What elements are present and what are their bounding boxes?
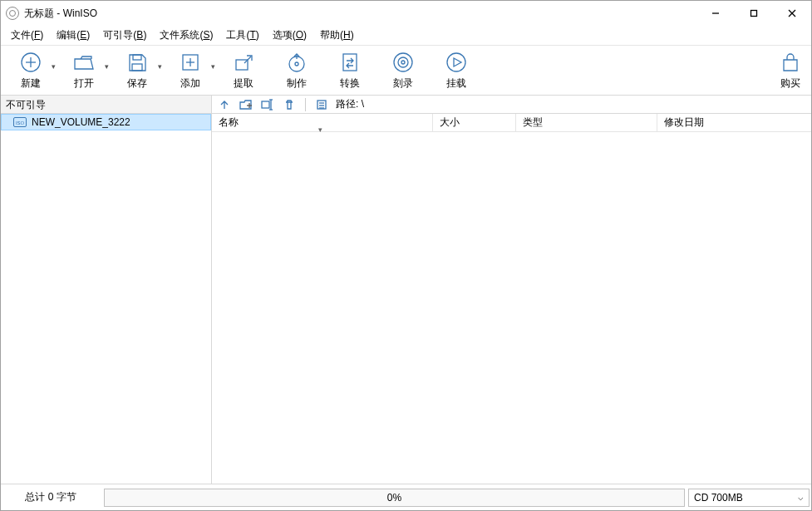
- progress-bar: 0%: [104, 489, 685, 507]
- main-panel: 路径: \ 名称 大小 类型 修改日期 ▾: [212, 96, 811, 484]
- tb-open[interactable]: 打开 ▾: [57, 49, 111, 96]
- disc-size-value: CD 700MB: [694, 492, 743, 504]
- columns-header: 名称 大小 类型 修改日期 ▾: [212, 114, 811, 132]
- menu-boot[interactable]: 可引导(B): [96, 26, 153, 45]
- svg-point-14: [295, 62, 298, 66]
- tb-burn[interactable]: 刻录: [376, 49, 430, 96]
- rename-button[interactable]: [260, 99, 275, 111]
- burn-icon: [391, 51, 415, 74]
- delete-button[interactable]: [282, 99, 297, 111]
- mount-icon: [445, 51, 468, 74]
- minimize-button[interactable]: [696, 1, 735, 26]
- file-toolbar: 路径: \: [212, 96, 811, 114]
- tb-convert[interactable]: 转换: [323, 49, 376, 96]
- maximize-icon: [750, 9, 758, 17]
- menu-tools[interactable]: 工具(T): [219, 26, 265, 45]
- tree-root-node[interactable]: ISO NEW_VOLUME_3222: [1, 114, 211, 130]
- tree-node-label: NEW_VOLUME_3222: [32, 116, 130, 128]
- new-folder-button[interactable]: [239, 99, 253, 111]
- col-date[interactable]: 修改日期: [657, 114, 811, 131]
- chevron-down-icon[interactable]: ▾: [158, 62, 162, 71]
- side-panel: 不可引导 ISO NEW_VOLUME_3222: [1, 96, 212, 484]
- convert-icon: [338, 51, 362, 74]
- close-icon: [788, 9, 796, 17]
- body: 不可引导 ISO NEW_VOLUME_3222 路径: \ 名称 大小: [1, 96, 811, 484]
- open-icon: [72, 51, 96, 74]
- status-total: 总计 0 字节: [1, 484, 101, 510]
- window-title: 无标题 - WinISO: [24, 7, 97, 21]
- svg-point-17: [398, 57, 408, 67]
- new-icon: [19, 51, 42, 74]
- add-icon: [179, 51, 202, 74]
- save-icon: [125, 51, 149, 74]
- maximize-button[interactable]: [735, 1, 773, 26]
- up-button[interactable]: [217, 99, 232, 111]
- chevron-down-icon[interactable]: ▾: [105, 62, 109, 71]
- tb-new[interactable]: 新建 ▾: [4, 49, 57, 96]
- col-type[interactable]: 类型: [516, 114, 657, 131]
- tb-extract[interactable]: 提取: [217, 49, 270, 96]
- menu-edit[interactable]: 编辑(E): [50, 26, 96, 45]
- close-button[interactable]: [773, 1, 811, 26]
- app-icon: [6, 7, 19, 20]
- svg-marker-20: [454, 58, 461, 66]
- svg-rect-7: [133, 55, 141, 60]
- tb-make[interactable]: 制作: [270, 49, 323, 96]
- buy-icon: [779, 51, 802, 74]
- tb-buy[interactable]: 购买: [770, 49, 811, 96]
- iso-icon: ISO: [13, 117, 27, 127]
- col-name[interactable]: 名称: [212, 114, 433, 131]
- make-icon: [285, 51, 308, 74]
- tb-save[interactable]: 保存 ▾: [111, 49, 164, 96]
- minimize-icon: [711, 9, 720, 17]
- menu-bar: 文件(F) 编辑(E) 可引导(B) 文件系统(S) 工具(T) 选项(O) 帮…: [1, 26, 811, 46]
- status-bar: 总计 0 字节 0% CD 700MB: [1, 484, 811, 510]
- toolbar: 新建 ▾ 打开 ▾ 保存 ▾ 添加 ▾ 提取 制作 转换: [1, 46, 811, 96]
- svg-point-18: [401, 61, 405, 64]
- path-label: 路径: \: [336, 97, 364, 111]
- app-window: 无标题 - WinISO 文件(F) 编辑(E) 可引导(B) 文件系统(S) …: [0, 0, 812, 511]
- svg-point-16: [394, 53, 412, 71]
- file-list[interactable]: [212, 132, 811, 484]
- properties-button[interactable]: [314, 99, 329, 111]
- tb-mount[interactable]: 挂载: [430, 49, 483, 96]
- col-size[interactable]: 大小: [433, 114, 516, 131]
- svg-rect-15: [343, 54, 357, 71]
- menu-options[interactable]: 选项(O): [266, 26, 313, 45]
- chevron-down-icon[interactable]: ▾: [211, 62, 215, 71]
- disc-size-select[interactable]: CD 700MB: [688, 489, 810, 507]
- title-bar: 无标题 - WinISO: [1, 1, 811, 26]
- side-header: 不可引导: [1, 96, 211, 114]
- extract-icon: [232, 51, 255, 74]
- sort-indicator-icon: ▾: [318, 125, 322, 134]
- svg-rect-23: [262, 101, 269, 108]
- tree[interactable]: ISO NEW_VOLUME_3222: [1, 114, 211, 484]
- menu-file[interactable]: 文件(F): [4, 26, 50, 45]
- svg-rect-8: [132, 64, 142, 71]
- menu-fs[interactable]: 文件系统(S): [153, 26, 219, 45]
- tb-add[interactable]: 添加 ▾: [164, 49, 217, 96]
- chevron-down-icon[interactable]: ▾: [52, 62, 56, 71]
- svg-point-19: [447, 53, 465, 71]
- svg-rect-1: [751, 11, 757, 17]
- progress-text: 0%: [387, 492, 401, 504]
- menu-help[interactable]: 帮助(H): [313, 26, 361, 45]
